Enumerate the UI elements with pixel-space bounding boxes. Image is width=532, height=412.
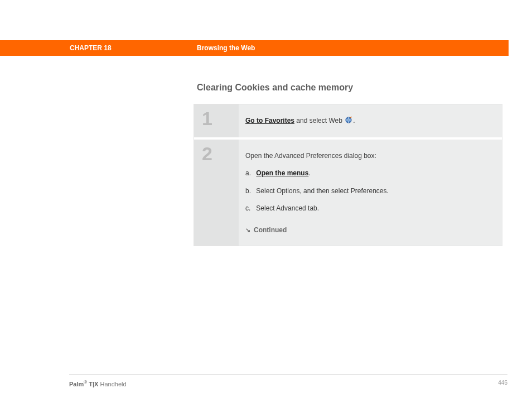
section-heading: Clearing Cookies and cache memory [197, 83, 353, 93]
substep: c. Select Advanced tab. [245, 203, 492, 214]
step-intro: Open the Advanced Preferences dialog box… [245, 151, 492, 161]
step-row: 1 Go to Favorites and select Web . [194, 104, 502, 140]
footer-brand: Palm® T|X Handheld [69, 380, 127, 387]
footer-rule [69, 375, 507, 375]
go-to-favorites-link[interactable]: Go to Favorites [245, 117, 294, 124]
page-number: 446 [498, 380, 507, 386]
step-number-cell: 2 [194, 140, 239, 246]
step-number: 1 [202, 109, 231, 128]
step-text: and select Web [294, 117, 344, 124]
substep: a. Open the menus. [245, 168, 492, 179]
substep-letter: c. [245, 203, 254, 214]
chapter-label: CHAPTER 18 [70, 44, 112, 52]
svg-point-0 [346, 117, 352, 123]
chapter-header: CHAPTER 18 Browsing the Web [0, 40, 509, 56]
step-row: 2 Open the Advanced Preferences dialog b… [194, 140, 502, 246]
brand-model: T|X [87, 381, 98, 387]
steps-container: 1 Go to Favorites and select Web . 2 Ope… [194, 104, 502, 246]
step-number: 2 [202, 144, 231, 163]
substep-letter: a. [245, 168, 254, 179]
chapter-title: Browsing the Web [197, 44, 255, 52]
open-the-menus-link[interactable]: Open the menus [256, 169, 308, 177]
step-number-cell: 1 [194, 104, 239, 137]
substep: b. Select Options, and then select Prefe… [245, 186, 492, 197]
step-body: Go to Favorites and select Web . [239, 104, 502, 137]
brand-suffix: Handheld [98, 381, 126, 387]
step-body: Open the Advanced Preferences dialog box… [239, 140, 502, 246]
web-icon [345, 116, 352, 124]
continued-indicator: ↘Continued [245, 225, 492, 236]
continued-arrow-icon: ↘ [245, 226, 250, 236]
step-text-tail: . [353, 117, 355, 124]
brand-name: Palm [69, 381, 84, 387]
substep-text: Select Options, and then select Preferen… [256, 187, 388, 195]
substep-letter: b. [245, 186, 254, 197]
substep-tail: . [308, 169, 310, 177]
substep-text: Select Advanced tab. [256, 204, 319, 212]
continued-label: Continued [254, 226, 287, 234]
